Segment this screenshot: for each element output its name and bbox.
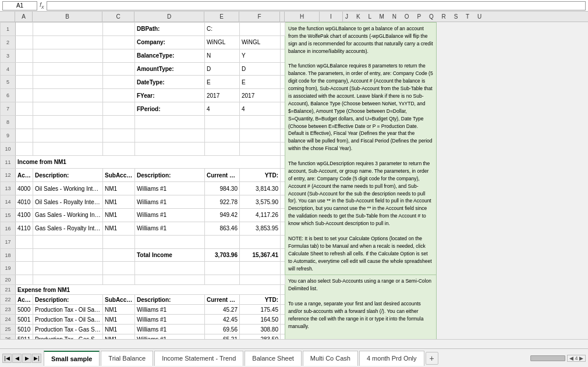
cell-g2 [281, 35, 285, 49]
col-header-e: E [204, 12, 239, 22]
income-col-subdesc: Description: [135, 169, 205, 182]
income-section-header: Income from NM1 [16, 155, 281, 169]
cell-c1[interactable] [103, 23, 135, 36]
cell-a2[interactable] [16, 35, 33, 49]
cell-f2[interactable]: WiNGL [240, 35, 281, 49]
fx-icon: fx [40, 1, 44, 10]
tab-trial-balance[interactable]: Trial Balance [101, 351, 153, 366]
cell-a1[interactable] [16, 23, 33, 36]
cell-f1[interactable] [240, 23, 281, 36]
info-text-2: You can also select Sub-Accounts using a… [288, 278, 434, 339]
info-panel-main: Use the function wpGLBalance to get a ba… [285, 23, 437, 275]
formula-input[interactable] [47, 1, 586, 10]
col-header-i: I [320, 12, 343, 22]
column-headers: A B C D E F H I J K L M N O P Q R S T U [0, 12, 588, 22]
tab-nav-first[interactable]: |◀ [2, 354, 12, 363]
col-header-rest: J K L M N O P Q R S T U [343, 12, 588, 22]
scrollbar-area [0, 339, 588, 348]
add-sheet-button[interactable]: + [426, 352, 438, 365]
grid-area: 1 DBPath: C: Use the function wpGLBalanc… [0, 22, 588, 339]
cell-b2[interactable] [33, 35, 103, 49]
info-panel-2: You can also select Sub-Accounts using a… [285, 275, 437, 339]
income-col-sub: SubAccount: [103, 169, 135, 182]
zoom-indicator: ◀ 4 ▶ [567, 355, 586, 362]
table-row: 20 You can also select Sub-Accounts usin… [1, 275, 588, 285]
tab-multi-co-cash[interactable]: Multi Co Cash [303, 351, 358, 366]
tab-income-statement[interactable]: Income Statement - Trend [154, 351, 243, 366]
col-header-h: H [285, 12, 320, 22]
cell-b1[interactable] [33, 23, 103, 36]
income-col-current: Current Period: [205, 169, 240, 182]
total-income-ytd: 15,367.41 [240, 248, 281, 262]
col-header-f: F [239, 12, 280, 22]
tab-nav-next[interactable]: ▶ [22, 354, 31, 363]
expense-section-header: Expense from NM1 [16, 285, 281, 295]
spreadsheet-grid: 1 DBPath: C: Use the function wpGLBalanc… [0, 22, 588, 339]
tab-4month-prd[interactable]: 4 month Prd Only [359, 351, 424, 366]
total-income-label: Total Income [135, 248, 205, 262]
cell-g1 [281, 23, 285, 36]
income-col-desc: Description: [33, 169, 103, 182]
tab-nav-prev[interactable]: ◀ [12, 354, 22, 363]
col-header-b: B [33, 12, 102, 22]
cell-e2[interactable]: WiNGL [205, 35, 240, 49]
total-income-current: 3,703.96 [205, 248, 240, 262]
cell-c2[interactable] [103, 35, 135, 49]
tabs-bar: |◀ ◀ ▶ ▶| Small sample Trial Balance Inc… [0, 348, 588, 367]
name-box[interactable] [2, 1, 37, 10]
tab-small-sample[interactable]: Small sample [44, 351, 100, 366]
table-row: 1 DBPath: C: Use the function wpGLBalanc… [1, 23, 588, 36]
row-num: 1 [1, 23, 16, 36]
income-col-ytd: YTD: [240, 169, 281, 182]
grid-container: 1 DBPath: C: Use the function wpGLBalanc… [0, 22, 588, 339]
col-header-a: A [15, 12, 33, 22]
info-text-1: Use the function wpGLBalance to get a ba… [288, 26, 434, 272]
cell-d1[interactable]: DBPath: [135, 23, 205, 36]
income-col-account: Account: [16, 169, 33, 182]
col-header-c: C [102, 12, 134, 22]
spreadsheet-app: fx A B C D E F H I J K L M N O P Q R S T… [0, 0, 588, 367]
formula-bar: fx [0, 0, 588, 12]
cell-e1[interactable]: C: [205, 23, 240, 36]
cell-d2[interactable]: Company: [135, 35, 205, 49]
col-header-d: D [134, 12, 204, 22]
horizontal-scrollbar[interactable] [530, 355, 565, 361]
tab-balance-sheet[interactable]: Balance Sheet [245, 351, 302, 366]
col-header-g [280, 12, 285, 22]
tab-nav-last[interactable]: ▶| [32, 354, 41, 363]
